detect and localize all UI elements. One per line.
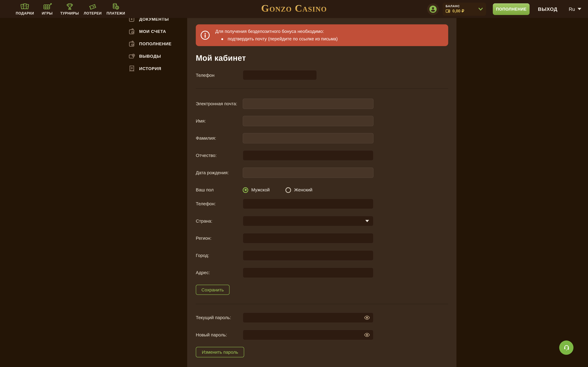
support-chat-button[interactable] (559, 341, 573, 355)
form-row-middle-name: Отчество: (196, 150, 448, 161)
card-plus-icon (129, 53, 135, 59)
field-label: Текущий пароль: (196, 312, 243, 323)
birth-date-input[interactable] (243, 167, 373, 178)
svg-text:✶: ✶ (92, 5, 95, 9)
form-row-phone: Телефон: (196, 199, 448, 209)
field-label: Фамилия: (196, 133, 243, 143)
top-bar: 7 7 7 ПОДАРКИ $ $ $ ИГРЫ (0, 0, 588, 18)
field-label: Отчество: (196, 150, 243, 161)
nav-item-payments[interactable]: $ ПЛАТЕЖИ (107, 3, 125, 15)
field-label: Телефон (196, 70, 243, 80)
show-password-eye-icon[interactable] (364, 315, 370, 321)
change-password-button[interactable]: Изменить пароль (196, 347, 244, 357)
trophy-icon: 1 (65, 3, 74, 11)
nav-label: ТУРНИРЫ (60, 11, 79, 15)
gender-option-female[interactable]: Женский (285, 187, 312, 193)
bonus-alert-banner: Для получения бездепозитного бонуса необ… (196, 24, 448, 46)
first-name-input[interactable] (243, 116, 373, 126)
field-label: Телефон: (196, 199, 243, 209)
account-panel: Для получения бездепозитного бонуса необ… (187, 18, 457, 367)
field-label: Имя: (196, 116, 243, 126)
language-selector[interactable]: Ru (569, 6, 581, 12)
country-select[interactable] (243, 216, 373, 226)
form-row-address: Адрес: (196, 267, 448, 278)
field-label: Адрес: (196, 267, 243, 278)
form-row-current-password: Текущий пароль: (196, 312, 448, 323)
sidebar-item-history[interactable]: ИСТОРИЯ (129, 62, 185, 75)
new-password-input[interactable] (243, 330, 373, 340)
nav-item-tournaments[interactable]: 1 ТУРНИРЫ (60, 3, 79, 15)
balance-amount: 0,00 ₽ (452, 8, 464, 13)
phone-top-input[interactable] (243, 70, 317, 80)
alert-bullet-text: подтвердить почту (перейдите по ссылке и… (228, 36, 337, 42)
sidebar-item-label: ВЫВОДЫ (139, 54, 161, 58)
last-name-input[interactable] (243, 133, 373, 143)
sidebar-item-label: ПОПОЛНЕНИЕ (139, 42, 172, 46)
field-label: Дата рождения: (196, 167, 243, 178)
alert-title: Для получения бездепозитного бонуса необ… (215, 28, 338, 34)
form-row-city: Город: (196, 250, 448, 261)
receipt-icon (129, 65, 135, 72)
profile-avatar[interactable] (427, 3, 439, 15)
form-row-new-password: Новый пароль: (196, 330, 448, 340)
chevron-down-icon (478, 7, 483, 11)
svg-text:$: $ (46, 6, 47, 8)
field-label: Ваш пол (196, 185, 243, 195)
region-input[interactable] (243, 233, 373, 243)
gender-option-male[interactable]: Мужской (243, 187, 269, 193)
gifts-777-cards-icon: 7 7 7 (20, 3, 29, 11)
topup-button[interactable]: ПОПОЛНЕНИЕ (493, 3, 530, 15)
form-row-region: Регион: (196, 233, 448, 243)
field-label: Новый пароль: (196, 330, 243, 340)
sidebar-item-label: МОИ СЧЕТА (139, 29, 166, 33)
gender-radio-group: Мужской Женский (243, 185, 312, 195)
clipboard-icon (129, 40, 135, 47)
account-sidebar: ДОКУМЕНТЫ МОИ СЧЕТА ПОПОЛНЕНИЕ (129, 18, 185, 367)
caret-down-icon (578, 8, 581, 10)
coins-stack-icon: $ (111, 3, 120, 11)
headset-support-icon (563, 344, 570, 351)
address-input[interactable] (243, 267, 373, 278)
form-row-email: Электронная почта: (196, 99, 448, 109)
form-row-country: Страна: (196, 216, 448, 226)
svg-text:$: $ (44, 6, 45, 8)
field-label: Электронная почта: (196, 99, 243, 109)
field-label: Страна: (196, 216, 243, 226)
slot-machine-icon: $ $ $ (43, 3, 52, 11)
header-right: БАЛАНС 0,00 ₽ ПОПОЛНЕНИЕ ВЫХОД (427, 0, 581, 18)
language-label: Ru (569, 6, 575, 12)
svg-text:7: 7 (22, 5, 23, 8)
logout-button[interactable]: ВЫХОД (538, 6, 558, 12)
nav-item-lotteries[interactable]: ✶ ЛОТЕРЕИ (84, 3, 102, 15)
user-icon (429, 5, 437, 13)
show-password-eye-icon[interactable] (364, 332, 370, 338)
nav-label: ПЛАТЕЖИ (107, 11, 125, 15)
wallet-icon (446, 9, 451, 13)
middle-name-input[interactable] (243, 150, 373, 161)
field-label: Город: (196, 250, 243, 261)
nav-label: ЛОТЕРЕИ (84, 11, 102, 15)
svg-text:$: $ (48, 6, 49, 8)
radio-unselected-icon (285, 187, 291, 193)
divider (196, 304, 448, 304)
balance-widget[interactable]: БАЛАНС 0,00 ₽ (443, 2, 486, 16)
nav-item-gifts[interactable]: 7 7 7 ПОДАРКИ (16, 3, 34, 15)
form-row-first-name: Имя: (196, 116, 448, 126)
nav-item-games[interactable]: $ $ $ ИГРЫ (39, 3, 55, 15)
sidebar-item-withdrawals[interactable]: ВЫВОДЫ (129, 50, 185, 62)
nav-label: ИГРЫ (42, 11, 52, 15)
sidebar-item-topup[interactable]: ПОПОЛНЕНИЕ (129, 37, 185, 50)
svg-text:$: $ (117, 6, 118, 9)
city-input[interactable] (243, 250, 373, 261)
divider (196, 88, 448, 89)
current-password-input[interactable] (243, 312, 373, 323)
save-button[interactable]: Сохранить (196, 285, 229, 295)
sidebar-item-documents[interactable]: ДОКУМЕНТЫ (129, 18, 185, 25)
clipboard-icon (129, 28, 135, 34)
phone-input[interactable] (243, 199, 373, 209)
lottery-ticket-icon: ✶ (88, 3, 97, 11)
email-input[interactable] (243, 99, 373, 109)
sidebar-item-my-accounts[interactable]: МОИ СЧЕТА (129, 25, 185, 37)
field-label: Регион: (196, 233, 243, 243)
form-row-phone-top: Телефон (196, 70, 448, 80)
